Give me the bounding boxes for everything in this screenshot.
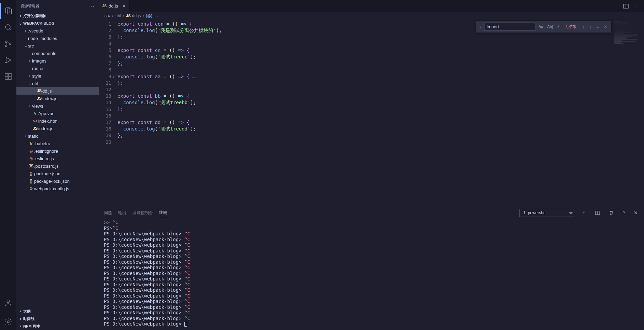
- file-item[interactable]: JSindex.js: [16, 125, 99, 132]
- file-item[interactable]: JS.postcssrc.js: [16, 162, 99, 170]
- new-terminal-icon[interactable]: ＋: [580, 210, 588, 216]
- svg-point-2: [5, 25, 10, 29]
- prev-match-icon[interactable]: ↑: [581, 24, 586, 29]
- folder-item[interactable]: ›router: [16, 65, 99, 72]
- folder-item[interactable]: ›style: [16, 72, 99, 80]
- folder-item[interactable]: ›views: [16, 102, 99, 110]
- breadcrumb[interactable]: src › util › JS dd.js › [@] cc: [99, 12, 644, 19]
- tree-item-label: .eslintignore: [34, 149, 58, 154]
- editor[interactable]: 12345678911121314151617181920 export con…: [99, 19, 644, 207]
- debug-icon[interactable]: [0, 52, 16, 68]
- outline-section[interactable]: › 大纲: [16, 307, 99, 315]
- project-section[interactable]: ⌄ WEBPACK-BLOG: [16, 19, 99, 27]
- tree-item-label: router: [32, 66, 44, 71]
- match-case-icon[interactable]: Aa: [537, 25, 544, 29]
- tab-dd-js[interactable]: JS dd.js ✕: [99, 0, 130, 12]
- tree-item-label: node_modules: [28, 36, 57, 41]
- folder-item[interactable]: ⌄util: [16, 80, 99, 87]
- svg-marker-7: [6, 57, 11, 63]
- html-file-icon: <>: [32, 119, 38, 123]
- regex-icon[interactable]: .*: [556, 25, 560, 29]
- file-item[interactable]: {}package.json: [16, 170, 99, 177]
- folder-item[interactable]: ›components: [16, 50, 99, 57]
- close-panel-icon[interactable]: ✕: [632, 210, 639, 216]
- line-gutter: 12345678911121314151617181920: [99, 19, 117, 207]
- breadcrumb-src[interactable]: src: [104, 13, 110, 18]
- open-editors-section[interactable]: › 打开的编辑器: [16, 12, 99, 19]
- file-item[interactable]: {}package-lock.json: [16, 177, 99, 185]
- js-file-icon: JS: [102, 4, 107, 8]
- folder-item[interactable]: ›images: [16, 57, 99, 65]
- file-item[interactable]: JSindex.js: [16, 95, 99, 102]
- chevron-right-icon: ›: [18, 324, 23, 329]
- chevron-right-icon: ›: [23, 29, 28, 33]
- more-icon[interactable]: ···: [633, 3, 639, 9]
- breadcrumb-file[interactable]: dd.js: [132, 13, 141, 18]
- file-item[interactable]: <>index.html: [16, 117, 99, 125]
- find-result-label: 无结果: [562, 24, 579, 30]
- explorer-icon[interactable]: [0, 3, 16, 19]
- tree-item-label: .babelrc: [34, 141, 50, 146]
- npm-scripts-section[interactable]: › NPM 脚本: [16, 322, 99, 330]
- settings-gear-icon[interactable]: [0, 314, 16, 330]
- panel-tab-problems[interactable]: 问题: [104, 209, 112, 217]
- file-item[interactable]: ⚙webpack.config.js: [16, 185, 99, 192]
- bottom-panel: 问题 输出 调试控制台 终端 1: powershell ＋ ^ ✕ >> ^C…: [99, 207, 644, 330]
- js-file-icon: JS: [36, 96, 42, 101]
- file-item[interactable]: ◎.eslintrc.js: [16, 155, 99, 162]
- chevron-right-icon: ›: [27, 59, 32, 63]
- file-item[interactable]: VApp.vue: [16, 110, 99, 117]
- more-icon[interactable]: ···: [89, 4, 95, 8]
- find-in-selection-icon[interactable]: ≡: [595, 24, 600, 29]
- tree-item-label: index.js: [38, 126, 53, 131]
- tree-item-label: src: [28, 43, 34, 49]
- split-editor-icon[interactable]: [623, 3, 629, 9]
- breadcrumb-util[interactable]: util: [115, 13, 121, 18]
- chevron-down-icon: ⌄: [23, 44, 28, 48]
- sidebar-title-label: 资源管理器: [20, 3, 39, 9]
- match-word-icon[interactable]: Ab|: [546, 25, 554, 29]
- svg-rect-11: [9, 77, 11, 80]
- folder-item[interactable]: ⌄src: [16, 42, 99, 50]
- search-icon[interactable]: [0, 19, 16, 36]
- terminal-select[interactable]: 1: powershell: [519, 209, 574, 217]
- tree-item-label: index.html: [38, 119, 58, 124]
- config-file-icon: ◎: [28, 149, 34, 153]
- sidebar: 资源管理器 ··· › 打开的编辑器 ⌄ WEBPACK-BLOG ›.vsco…: [16, 0, 99, 330]
- chevron-right-icon: ›: [27, 66, 32, 70]
- open-editors-label: 打开的编辑器: [23, 13, 46, 18]
- tab-label: dd.js: [109, 3, 118, 9]
- file-item[interactable]: JSdd.js: [16, 87, 99, 95]
- panel-tab-debug[interactable]: 调试控制台: [132, 209, 153, 217]
- timeline-section[interactable]: › 时间线: [16, 315, 99, 322]
- chevron-down-icon: ⌄: [18, 21, 23, 26]
- folder-item[interactable]: ›node_modules: [16, 35, 99, 42]
- folder-item[interactable]: ›static: [16, 132, 99, 140]
- svg-line-3: [10, 29, 11, 30]
- panel-tab-terminal[interactable]: 终端: [159, 208, 167, 217]
- breadcrumb-symbol[interactable]: cc: [153, 13, 157, 18]
- account-icon[interactable]: [0, 294, 16, 311]
- split-terminal-icon[interactable]: [594, 210, 601, 215]
- file-item[interactable]: ◎.eslintignore: [16, 147, 99, 155]
- file-tree[interactable]: ›.vscode›node_modules⌄src›components›ima…: [16, 27, 99, 307]
- extensions-icon[interactable]: [0, 68, 16, 85]
- maximize-panel-icon[interactable]: ^: [621, 210, 626, 216]
- chevron-right-icon: ›: [18, 309, 23, 314]
- close-icon[interactable]: ✕: [602, 24, 609, 29]
- expand-replace-icon[interactable]: ›: [478, 24, 482, 29]
- panel-tab-output[interactable]: 输出: [118, 209, 126, 217]
- fold-icon[interactable]: ›: [113, 73, 115, 80]
- find-input[interactable]: [484, 23, 535, 31]
- code-content[interactable]: export const con = () => { console.log('…: [117, 19, 614, 207]
- file-item[interactable]: B.babelrc: [16, 140, 99, 147]
- kill-terminal-icon[interactable]: [607, 210, 615, 215]
- tree-item-label: static: [28, 134, 38, 139]
- tree-item-label: views: [32, 104, 43, 109]
- source-control-icon[interactable]: [0, 36, 16, 52]
- folder-item[interactable]: ›.vscode: [16, 27, 99, 35]
- close-icon[interactable]: ✕: [122, 3, 126, 9]
- next-match-icon[interactable]: ↓: [588, 24, 593, 29]
- terminal-output[interactable]: >> ^CPS>^CPS D:\codeNew\webpack-blog> ^C…: [99, 218, 644, 330]
- minimap[interactable]: [614, 19, 644, 207]
